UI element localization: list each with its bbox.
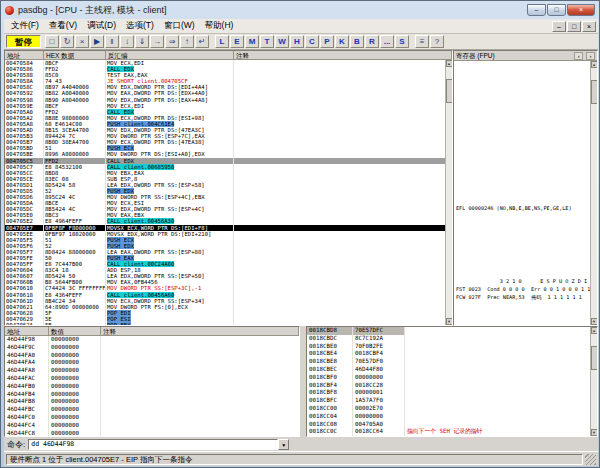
reg-tab-right-button[interactable]: › bbox=[586, 52, 595, 60]
flag-row[interactable]: P 1CS002332位 0(FFFFFFFF) bbox=[456, 147, 590, 155]
options-icon[interactable]: ≡ bbox=[415, 35, 429, 48]
stack-row[interactable]: 0018CBE8 70E57DF0 bbox=[307, 358, 590, 366]
log-window-button[interactable]: L bbox=[215, 35, 229, 48]
menu-item[interactable]: 帮助(H) bbox=[200, 19, 239, 33]
execute-till-return-icon[interactable]: ↑ bbox=[180, 35, 194, 48]
windows-button[interactable]: W bbox=[275, 35, 289, 48]
scroll-up-icon[interactable]: ▲ bbox=[591, 61, 598, 68]
stack-row[interactable]: 0018CBDC 8C7C192A bbox=[307, 335, 590, 343]
fst-row[interactable]: FST 0023 Cond 0 0 0 0 Err 0 0 1 0 0 0 1 … bbox=[456, 286, 590, 294]
executable-modules-button[interactable]: E bbox=[230, 35, 244, 48]
flag-row[interactable]: S 0FS005332位 7EFDD000(FFF) bbox=[456, 170, 590, 178]
efl-row[interactable]: EFL 00000246 (NO,NB,E,BE,NS,PE,GE,LE) bbox=[456, 205, 590, 213]
memory-map-button[interactable]: M bbox=[245, 35, 259, 48]
dump-row[interactable]: 46D44FC0 00000000 bbox=[5, 414, 299, 422]
flag-row[interactable]: O 0LastErr ERROR_SUCCESS (00000000) bbox=[456, 193, 590, 201]
register-row[interactable]: EAX00002E70 bbox=[456, 61, 590, 69]
menu-item[interactable]: 查看(V) bbox=[44, 19, 82, 33]
combo-dropdown-icon[interactable]: ▼ bbox=[278, 439, 289, 450]
eip-row[interactable]: EIP004705E7 client.004705E7 bbox=[456, 127, 590, 135]
flag-row[interactable]: Z 1DS002B32位 0(FFFFFFFF) bbox=[456, 162, 590, 170]
threads-button[interactable]: T bbox=[260, 35, 274, 48]
dump-row[interactable]: 46D44FA8 00000000 bbox=[5, 367, 299, 375]
stack-row[interactable]: 0018CBEC 46D44F80 bbox=[307, 366, 590, 374]
menu-item[interactable]: 文件(F) bbox=[6, 19, 44, 33]
stack-row[interactable]: 0018CBD8 70E57DFC bbox=[307, 327, 590, 335]
pause-icon[interactable]: ‖ bbox=[105, 35, 119, 48]
stack-row[interactable]: 0018CC0C 0018CC64 指向下一个 SEH 记录的指针 bbox=[307, 428, 590, 436]
reg-tab-left-button[interactable]: ‹ bbox=[574, 52, 583, 60]
fpu-row[interactable]: ST7empty0.0425404349806614763 bbox=[456, 271, 590, 279]
stack-row[interactable]: 0018CC00 00002E70 bbox=[307, 405, 590, 413]
step-into-icon[interactable]: ↓ bbox=[120, 35, 134, 48]
fpu-row[interactable]: ST4empty-565.00000000000000000 bbox=[456, 248, 590, 256]
run-trace-button[interactable]: ... bbox=[380, 35, 394, 48]
dump-row[interactable]: 46D44F9C 00000000 bbox=[5, 344, 299, 352]
handles-button[interactable]: H bbox=[290, 35, 304, 48]
register-row[interactable]: EDI46D44F80 bbox=[456, 114, 590, 122]
fpu-row[interactable]: ST5empty3904023.0000000000000 bbox=[456, 256, 590, 264]
fpu-row[interactable]: ST1empty0.0 bbox=[456, 225, 590, 233]
fpu-row[interactable]: ST2empty231.86367797851562500 bbox=[456, 233, 590, 241]
stack-row[interactable]: 0018CBF0 00000000 bbox=[307, 374, 590, 382]
animate-over-icon[interactable]: ⇒ bbox=[165, 35, 179, 48]
dump-row[interactable]: 46D44FA4 00000000 bbox=[5, 359, 299, 367]
breakpoints-button[interactable]: B bbox=[350, 35, 364, 48]
child-minimize-button[interactable]: – bbox=[552, 21, 566, 32]
source-button[interactable]: S bbox=[395, 35, 409, 48]
stack-row[interactable]: 0018CBFC 1A57A7F0 bbox=[307, 397, 590, 405]
fpu-row[interactable]: ST0empty0.0 bbox=[456, 218, 590, 226]
run-icon[interactable]: ▶ bbox=[90, 35, 104, 48]
flag-row[interactable]: A 0SS002B32位 0(FFFFFFFF) bbox=[456, 155, 590, 163]
scroll-down-icon[interactable]: ▼ bbox=[591, 318, 598, 325]
child-close-button[interactable]: × bbox=[582, 21, 596, 32]
dump-row[interactable]: 46D44FC4 00000000 bbox=[5, 422, 299, 430]
dump-row[interactable]: 46D44FBC 00000000 bbox=[5, 406, 299, 414]
disasm-row[interactable]: 0047062A 5B POP EBX bbox=[5, 322, 445, 325]
fpu-row[interactable]: ST6empty0.0 bbox=[456, 263, 590, 271]
maximize-button[interactable]: □ bbox=[547, 4, 566, 16]
command-input[interactable] bbox=[28, 439, 278, 450]
scroll-up-icon[interactable]: ▲ bbox=[446, 60, 453, 67]
close-button[interactable]: × bbox=[567, 4, 595, 16]
scroll-down-icon[interactable]: ▼ bbox=[446, 318, 453, 325]
stack-row[interactable]: 0018CC04 00000000 bbox=[307, 413, 590, 421]
registers-scrollbar[interactable]: ▲ ▼ bbox=[590, 61, 597, 325]
animate-into-icon[interactable]: → bbox=[150, 35, 164, 48]
flag-row[interactable]: T 0GS002B32位 0(FFFFFFFF) bbox=[456, 177, 590, 185]
stack-row[interactable]: 0018CC08 004705A0 bbox=[307, 421, 590, 429]
stack-row[interactable]: 0018CBF4 0018CC28 bbox=[307, 382, 590, 390]
register-row[interactable]: EDX00000000 bbox=[456, 76, 590, 84]
register-row[interactable]: EBP0018CB58 bbox=[456, 99, 590, 107]
dump-row[interactable]: 46D44F98 00000000 bbox=[5, 336, 299, 344]
dump-row[interactable]: 46D44FB4 00000000 bbox=[5, 391, 299, 399]
stack-row[interactable]: 0018CBE4 0018CBF4 bbox=[307, 350, 590, 358]
flag-row[interactable]: D 0 bbox=[456, 185, 590, 193]
scroll-down-icon[interactable]: ▼ bbox=[591, 429, 598, 436]
stack-scrollbar[interactable]: ▲ ▼ bbox=[590, 327, 597, 436]
scroll-thumb[interactable] bbox=[446, 79, 453, 103]
restart-icon[interactable]: ↻ bbox=[60, 35, 74, 48]
menu-item[interactable]: 调试(D) bbox=[82, 19, 121, 33]
menu-item[interactable]: 窗口(W) bbox=[159, 19, 200, 33]
cpu-window-button[interactable]: C bbox=[305, 35, 319, 48]
stack-row[interactable]: 0018CBE0 70F0B2FE bbox=[307, 343, 590, 351]
open-file-icon[interactable]: □ bbox=[45, 35, 59, 48]
disasm-scrollbar[interactable]: ▲ ▼ bbox=[445, 60, 452, 325]
dump-row[interactable]: 46D44FA0 00000000 bbox=[5, 352, 299, 360]
stack-row[interactable]: 0018CBF8 00000001 bbox=[307, 389, 590, 397]
menu-item[interactable]: 选项(T) bbox=[121, 19, 159, 33]
register-row[interactable]: ESP0018CB28 bbox=[456, 91, 590, 99]
scroll-thumb[interactable] bbox=[591, 80, 598, 104]
fpu-row[interactable]: ST3empty0.0 bbox=[456, 240, 590, 248]
dump-row[interactable]: 46D44FC8 00000000 bbox=[5, 430, 299, 436]
fcw-row[interactable]: FCW 027F Prec NEAR,53 掩码 1 1 1 1 1 1 bbox=[456, 294, 590, 302]
flag-row[interactable]: C 0ES002B32位 0(FFFFFFFF) bbox=[456, 139, 590, 147]
resize-grip[interactable] bbox=[585, 454, 596, 465]
step-over-icon[interactable]: ⇓ bbox=[135, 35, 149, 48]
register-row[interactable]: EBX0018CBD8 bbox=[456, 84, 590, 92]
help-icon[interactable]: ? bbox=[430, 35, 444, 48]
dump-row[interactable]: 46D44FB0 00000000 bbox=[5, 383, 299, 391]
dump-row[interactable]: 46D44FB8 00000000 bbox=[5, 398, 299, 406]
child-restore-button[interactable]: □ bbox=[567, 21, 581, 32]
